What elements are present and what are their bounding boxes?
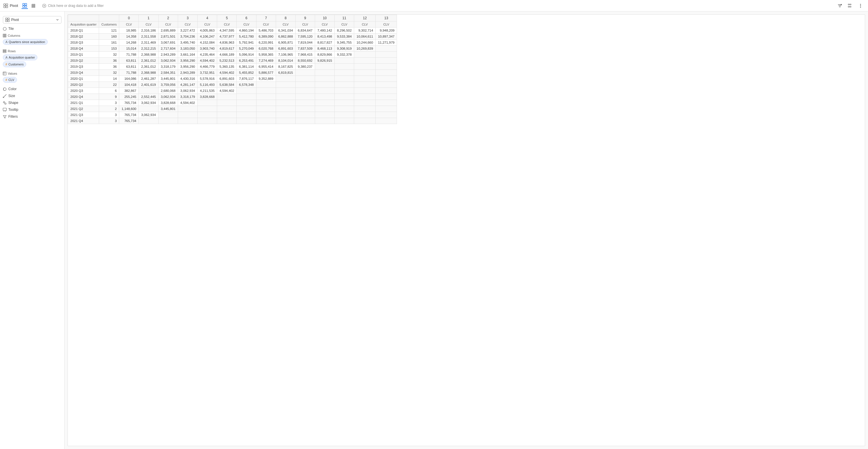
sidebar-item-shape[interactable]: Shape	[0, 99, 64, 106]
filter-icon-btn[interactable]	[836, 2, 844, 10]
cell-13-8	[276, 106, 295, 112]
sub-header-5: CLV	[178, 22, 197, 28]
cell-0-11: 8,296,502	[335, 28, 354, 34]
cell-12-6	[237, 100, 256, 106]
rows-pill-customers[interactable]: # Customers	[3, 61, 26, 67]
sidebar-item-filters[interactable]: Filters	[0, 113, 64, 120]
top-bar: Pivot Click here or drag data to add a f…	[0, 0, 868, 11]
cell-2-5: 4,836,963	[217, 40, 237, 46]
svg-rect-30	[3, 34, 4, 37]
rows-icon	[3, 50, 6, 53]
table-row: 2019 Q23663,8112,361,0123,062,9343,956,2…	[68, 58, 397, 64]
svg-rect-6	[23, 6, 24, 7]
table-row: 2020 Q114164,0862,461,2873,445,8014,430,…	[68, 76, 397, 82]
sidebar-item-tile[interactable]: Tile	[0, 25, 64, 32]
cell-4-5: 4,666,189	[217, 52, 237, 58]
columns-pill[interactable]: A Quarters since acquisition	[3, 39, 48, 45]
svg-point-41	[5, 103, 6, 104]
cell-15-6	[237, 118, 256, 124]
cell-customers-1: 160	[99, 34, 119, 40]
cell-13-7	[256, 106, 276, 112]
rows-label: Rows	[3, 50, 61, 53]
cell-15-10	[315, 118, 335, 124]
cell-12-1: 3,062,934	[139, 100, 158, 106]
svg-point-22	[860, 4, 861, 5]
svg-point-17	[841, 4, 842, 5]
rows-pill-acquisition[interactable]: A Acquisition quarter	[3, 55, 37, 60]
sidebar-item-color[interactable]: Color	[0, 86, 64, 92]
cell-4-7: 5,958,365	[256, 52, 276, 58]
svg-rect-28	[8, 20, 9, 22]
more-options-btn[interactable]	[857, 2, 865, 10]
cell-9-3: 4,281,147	[178, 82, 197, 88]
table-view-icon[interactable]	[22, 3, 28, 9]
cell-9-0: 104,418	[119, 82, 139, 88]
cell-14-8	[276, 112, 295, 118]
cell-customers-13: 2	[99, 106, 119, 112]
col-header-0	[68, 15, 99, 22]
sidebar-item-tooltip[interactable]: Tooltip	[0, 106, 64, 113]
sub-header-9: CLV	[256, 22, 276, 28]
cell-5-3: 3,956,290	[178, 58, 197, 64]
cell-14-0: 765,734	[119, 112, 139, 118]
svg-rect-18	[848, 4, 849, 5]
columns-section: Columns A Quarters since acquisition	[0, 32, 64, 47]
cell-2-3: 3,495,740	[178, 40, 197, 46]
cell-2-7: 6,220,991	[256, 40, 276, 46]
cell-13-10	[315, 106, 335, 112]
app-title: Pivot	[3, 3, 18, 8]
cell-14-2	[158, 112, 178, 118]
svg-point-40	[3, 101, 5, 103]
cell-0-9: 6,834,647	[295, 28, 315, 34]
cell-13-12	[354, 106, 376, 112]
cell-2-4: 4,152,084	[197, 40, 217, 46]
cell-7-5: 4,594,402	[217, 70, 237, 76]
cell-customers-14: 3	[99, 112, 119, 118]
color-icon	[3, 87, 7, 91]
col-header-13: 11	[335, 15, 354, 22]
svg-rect-27	[6, 20, 7, 22]
cell-8-12	[354, 76, 376, 82]
cell-11-8	[276, 94, 295, 100]
settings-icon-btn[interactable]	[846, 2, 854, 10]
cell-13-3	[178, 106, 197, 112]
values-pill-clv[interactable]: # CLV	[3, 77, 17, 83]
cell-5-10: 9,826,915	[315, 58, 335, 64]
svg-rect-21	[850, 6, 851, 7]
cell-4-10: 8,829,866	[315, 52, 335, 58]
sub-header-3: CLV	[139, 22, 158, 28]
svg-rect-36	[3, 72, 6, 75]
grid-view-icon[interactable]	[30, 3, 36, 9]
cell-2-8: 6,905,871	[276, 40, 295, 46]
filter-area[interactable]: Click here or drag data to add a filter	[36, 4, 836, 8]
cell-8-4: 5,578,916	[197, 76, 217, 82]
cell-15-13	[375, 118, 397, 124]
cell-0-8: 6,341,034	[276, 28, 295, 34]
table-row: 2018 Q216014,3582,311,5582,871,5013,704,…	[68, 34, 397, 40]
cell-11-11	[335, 94, 354, 100]
cell-quarter-2: 2018 Q3	[68, 40, 99, 46]
col-header-2: 0	[119, 15, 139, 22]
cell-9-9	[295, 82, 315, 88]
table-row: 2018 Q316114,2682,311,4693,067,6913,495,…	[68, 40, 397, 46]
cell-7-3: 2,943,289	[178, 70, 197, 76]
cell-5-8: 8,104,014	[276, 58, 295, 64]
cell-8-6: 7,876,117	[237, 76, 256, 82]
sub-header-6: CLV	[197, 22, 217, 28]
cell-15-3	[178, 118, 197, 124]
sub-header-13: CLV	[335, 22, 354, 28]
view-select[interactable]: Pivot	[3, 16, 61, 24]
pivot-table-wrapper[interactable]: 012345678910111213Acquisition quarterCus…	[67, 14, 865, 446]
table-row: 2021 Q33765,7343,062,934	[68, 112, 397, 118]
cell-7-10	[315, 70, 335, 76]
cell-5-4: 4,594,402	[197, 58, 217, 64]
table-row: 2021 Q13765,7343,062,9343,828,6684,594,4…	[68, 100, 397, 106]
columns-icon	[3, 34, 6, 37]
cell-5-0: 63,811	[119, 58, 139, 64]
cell-1-1: 2,311,558	[139, 34, 158, 40]
cell-customers-0: 121	[99, 28, 119, 34]
cell-9-4: 5,116,493	[197, 82, 217, 88]
sidebar-item-size[interactable]: Size	[0, 92, 64, 99]
cell-5-11	[335, 58, 354, 64]
cell-11-7	[256, 94, 276, 100]
